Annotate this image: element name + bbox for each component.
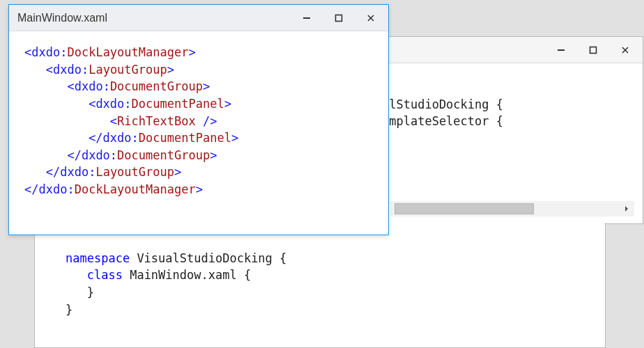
close-icon	[621, 46, 629, 54]
horizontal-scrollbar[interactable]	[390, 201, 634, 216]
brace: {	[279, 251, 286, 265]
code-area[interactable]: <dxdo:DockLayoutManager> <dxdo:LayoutGro…	[9, 31, 388, 214]
code-area[interactable]: namespace VisualStudioDocking { class Ma…	[35, 223, 605, 348]
minimize-button[interactable]	[545, 38, 577, 62]
titlebar[interactable]: MainWindow.xaml	[9, 5, 388, 31]
scrollbar-thumb[interactable]	[394, 203, 534, 214]
code-fragment: emplateSelector {	[382, 114, 503, 128]
brace: }	[87, 285, 94, 299]
minimize-icon	[557, 46, 565, 54]
kw-namespace: namespace	[66, 251, 130, 265]
code-area[interactable]: alStudioDocking { emplateSelector {	[382, 63, 643, 163]
window-secondary-bottom: namespace VisualStudioDocking { class Ma…	[34, 223, 606, 348]
maximize-icon	[589, 46, 597, 54]
close-icon	[367, 14, 375, 22]
minimize-button[interactable]	[291, 6, 323, 30]
window-secondary-top: alStudioDocking { emplateSelector {	[381, 36, 643, 224]
svg-rect-2	[303, 17, 310, 19]
class-name: MainWindow.xaml	[130, 268, 237, 282]
kw-class: class	[87, 268, 123, 282]
brace: {	[244, 268, 251, 282]
window-main: MainWindow.xaml <dxdo:DockLayoutManager>…	[8, 4, 389, 235]
close-button[interactable]	[355, 6, 387, 30]
minimize-icon	[302, 14, 311, 22]
close-button[interactable]	[609, 38, 641, 62]
namespace-name: VisualStudioDocking	[137, 251, 272, 265]
svg-rect-0	[558, 49, 565, 51]
scroll-right-button[interactable]	[619, 201, 634, 216]
arrow-right-icon	[623, 205, 630, 212]
brace: }	[66, 303, 72, 317]
code-fragment: alStudioDocking {	[382, 97, 503, 111]
titlebar[interactable]	[382, 37, 643, 63]
svg-rect-3	[336, 15, 342, 21]
maximize-icon	[335, 14, 343, 22]
maximize-button[interactable]	[577, 38, 609, 62]
window-buttons	[545, 38, 641, 62]
maximize-button[interactable]	[323, 6, 355, 30]
window-title: MainWindow.xaml	[17, 12, 291, 24]
window-buttons	[291, 6, 387, 30]
svg-rect-1	[590, 47, 597, 53]
